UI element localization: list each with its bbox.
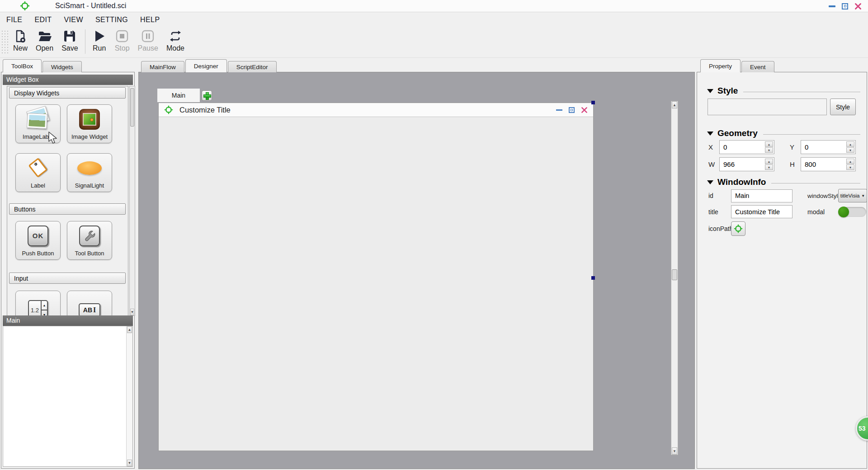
mode-loop-icon (168, 29, 183, 43)
designed-window-close-button[interactable] (581, 107, 588, 113)
imagelabel-icon (16, 105, 60, 133)
y-label: Y (790, 143, 801, 151)
x-spin-down[interactable]: ▼ (765, 147, 773, 153)
style-input[interactable] (708, 99, 827, 115)
toolbar-drag-handle[interactable] (1, 30, 8, 55)
modal-toggle[interactable] (838, 207, 866, 217)
widget-card-imagewidget[interactable]: Image Widget (67, 104, 112, 143)
canvas-scroll-down-arrow[interactable]: ▼ (672, 447, 677, 455)
tab-mainflow[interactable]: MainFlow (141, 61, 184, 72)
outline-scroll-up-arrow[interactable]: ▲ (127, 326, 132, 333)
menu-setting[interactable]: SETTING (95, 16, 128, 24)
title-input[interactable] (731, 205, 793, 218)
minimize-button[interactable] (829, 5, 835, 7)
stop-button[interactable]: Stop (111, 27, 134, 52)
tab-designer[interactable]: Designer (185, 59, 227, 72)
chevron-down-icon: ▼ (861, 194, 865, 198)
section-buttons[interactable]: Buttons (9, 203, 126, 215)
run-button[interactable]: Run (88, 27, 111, 52)
window-title: SciSmart - Untitled.sci (55, 2, 126, 10)
close-button[interactable] (854, 3, 862, 10)
designed-window-maximize-button[interactable] (569, 107, 575, 113)
menu-edit[interactable]: EDIT (34, 16, 52, 24)
tab-event[interactable]: Event (741, 61, 774, 72)
modal-label: modal (807, 208, 838, 216)
maximize-button[interactable] (842, 3, 848, 9)
menu-help[interactable]: HELP (140, 16, 160, 24)
new-button[interactable]: New (9, 27, 32, 52)
designer-canvas[interactable]: Main Customize Title ▲ ▼ (138, 72, 695, 469)
windowstyle-dropdown[interactable]: titleVisia ▼ (838, 189, 867, 202)
style-section-header[interactable]: Style (707, 85, 860, 97)
crosshair-icon (734, 224, 743, 233)
widget-box-scrollbar-thumb[interactable] (130, 88, 134, 127)
selection-handle-right-middle[interactable] (591, 276, 595, 280)
canvas-scrollbar[interactable]: ▲ ▼ (671, 101, 678, 455)
open-folder-icon (38, 29, 52, 43)
iconpath-button[interactable] (731, 221, 745, 236)
toolbutton-wrench-icon (67, 221, 112, 250)
outline-list[interactable]: ▲ ▼ (3, 326, 133, 467)
widget-box-scrollbar[interactable]: ▼ (129, 86, 135, 316)
iconpath-label: iconPath (708, 225, 731, 232)
selection-handle-top-right[interactable] (591, 101, 595, 104)
menu-view[interactable]: VIEW (64, 16, 83, 24)
outline-scroll-down-arrow[interactable]: ▼ (127, 460, 132, 466)
widget-card-spinbox[interactable]: 1.2 ▲▼ (15, 291, 61, 316)
designed-window-icon (164, 105, 173, 114)
designed-window-minimize-button[interactable] (556, 109, 562, 111)
run-icon (92, 29, 107, 43)
tab-property[interactable]: Property (700, 59, 741, 72)
windowinfo-section-header[interactable]: WindowInfo (707, 176, 860, 188)
pause-button[interactable]: Pause (134, 27, 162, 52)
widget-card-lineedit[interactable]: ABI (67, 291, 112, 316)
h-spin-down[interactable]: ▼ (846, 164, 854, 170)
widget-box-scroll-area: Display Widgets ImageLabel Image Widget … (7, 86, 128, 316)
tab-toolbox[interactable]: ToolBox (3, 59, 42, 72)
open-button[interactable]: Open (32, 27, 57, 52)
widget-box-scroll-down-arrow[interactable]: ▼ (130, 309, 134, 315)
canvas-scrollbar-thumb[interactable] (672, 269, 677, 280)
w-spin-down[interactable]: ▼ (765, 164, 773, 170)
widget-card-signallight[interactable]: SignalLight (67, 153, 112, 192)
w-spinner[interactable]: ▲▼ (719, 157, 774, 171)
tab-widgets[interactable]: Widgets (42, 61, 82, 72)
page-tab-main[interactable]: Main (157, 89, 200, 102)
geometry-section-header[interactable]: Geometry (707, 127, 860, 139)
toolbox-panel: Widget Box Display Widgets ImageLabel Im… (1, 72, 135, 469)
tab-scripteditor[interactable]: ScriptEditor (228, 61, 277, 72)
widget-card-label[interactable]: Label (15, 153, 61, 192)
stop-icon (115, 29, 129, 43)
h-spin-up[interactable]: ▲ (846, 159, 854, 164)
titlebar: SciSmart - Untitled.sci (0, 0, 868, 12)
widget-card-pushbutton[interactable]: OK Push Button (15, 221, 61, 260)
add-page-button[interactable] (202, 90, 212, 101)
save-icon (62, 29, 77, 43)
w-label: W (708, 160, 719, 168)
menu-file[interactable]: FILE (6, 16, 22, 24)
plus-icon (203, 92, 210, 99)
collapse-triangle-icon (707, 89, 713, 93)
x-spin-up[interactable]: ▲ (765, 141, 773, 147)
y-spinner[interactable]: ▲▼ (801, 140, 856, 154)
section-display-widgets[interactable]: Display Widgets (9, 87, 126, 99)
w-spin-up[interactable]: ▲ (765, 159, 773, 164)
widget-card-imagelabel[interactable]: ImageLabel (15, 104, 61, 143)
designed-window[interactable]: Customize Title (158, 103, 594, 451)
outline-header: Main (3, 315, 133, 326)
mode-button[interactable]: Mode (162, 27, 189, 52)
y-spin-up[interactable]: ▲ (846, 141, 854, 147)
property-panel: Style Style Geometry X ▲▼ Y ▲▼ W ▲▼ H ▲▼ (697, 72, 867, 469)
new-file-icon (13, 29, 28, 43)
save-button[interactable]: Save (57, 27, 82, 52)
style-button[interactable]: Style (830, 99, 856, 115)
y-spin-down[interactable]: ▼ (846, 147, 854, 153)
canvas-scroll-up-arrow[interactable]: ▲ (672, 101, 677, 108)
designed-window-titlebar[interactable]: Customize Title (159, 103, 593, 117)
id-input[interactable] (731, 189, 793, 202)
widget-card-toolbutton[interactable]: Tool Button (67, 221, 112, 260)
h-spinner[interactable]: ▲▼ (801, 157, 856, 171)
x-spinner[interactable]: ▲▼ (719, 140, 774, 154)
outline-scrollbar[interactable]: ▲ ▼ (126, 326, 132, 466)
section-input[interactable]: Input (9, 273, 126, 284)
